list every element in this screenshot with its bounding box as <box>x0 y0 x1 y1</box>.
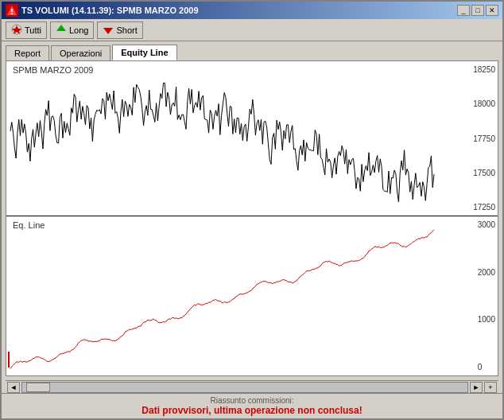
status-line2: Dati provvisori, ultima operazione non c… <box>6 405 498 416</box>
equity-chart: Eq. Line 3000 2000 1000 0 <box>6 216 498 375</box>
y-label-3: 17750 <box>473 134 495 143</box>
y-label-5: 18250 <box>473 65 495 74</box>
y-label-2: 17500 <box>473 169 495 177</box>
short-arrow-icon <box>103 24 114 37</box>
tab-operazioni[interactable]: Operazioni <box>51 45 110 60</box>
tab-equity-line[interactable]: Equity Line <box>112 45 176 60</box>
toolbar: Tutti Long Short <box>2 19 502 41</box>
long-label: Long <box>69 25 88 35</box>
title-controls: _ □ ✕ <box>457 5 498 16</box>
scrollbar-thumb[interactable] <box>26 383 50 392</box>
y-label-4: 18000 <box>473 99 495 108</box>
short-button[interactable]: Short <box>97 21 142 39</box>
scrollbar-track[interactable] <box>21 382 468 393</box>
equity-y-axis: 3000 2000 1000 0 <box>478 216 495 375</box>
scrollbar: ◄ ► + <box>6 380 498 393</box>
svg-point-2 <box>11 13 13 14</box>
title-bar: TS VOLUMI (14.11.39): SPMB MARZO 2009 _ … <box>2 2 502 19</box>
price-chart-canvas <box>6 61 466 216</box>
eq-y-label-3: 2000 <box>478 268 495 277</box>
scroll-right-2-button[interactable]: + <box>484 382 497 393</box>
price-chart: SPMB MARZO 2009 18250 18000 17750 17500 … <box>6 61 498 216</box>
status-bar: Riassunto commissioni: Dati provvisori, … <box>2 393 502 418</box>
tutti-button[interactable]: Tutti <box>6 21 47 39</box>
price-y-axis: 18250 18000 17750 17500 17250 <box>473 61 495 216</box>
scroll-left-button[interactable]: ◄ <box>7 382 20 393</box>
status-line1: Riassunto commissioni: <box>6 396 498 405</box>
eq-y-label-2: 1000 <box>478 315 495 324</box>
short-label: Short <box>116 25 137 35</box>
equity-chart-label: Eq. Line <box>13 220 45 230</box>
main-window: TS VOLUMI (14.11.39): SPMB MARZO 2009 _ … <box>0 0 504 420</box>
close-button[interactable]: ✕ <box>486 5 498 16</box>
y-label-1: 17250 <box>473 203 495 212</box>
maximize-button[interactable]: □ <box>471 5 484 16</box>
minimize-button[interactable]: _ <box>457 5 470 16</box>
window-title: TS VOLUMI (14.11.39): SPMB MARZO 2009 <box>21 6 199 15</box>
title-bar-left: TS VOLUMI (14.11.39): SPMB MARZO 2009 <box>6 4 199 17</box>
tab-report[interactable]: Report <box>6 45 49 60</box>
long-button[interactable]: Long <box>50 21 94 39</box>
app-icon <box>6 4 18 17</box>
svg-marker-5 <box>56 25 66 31</box>
tutti-label: Tutti <box>25 25 41 35</box>
eq-y-label-1: 0 <box>478 363 495 371</box>
tab-bar: Report Operazioni Equity Line <box>2 41 502 60</box>
long-arrow-icon <box>56 24 67 37</box>
chart-area: SPMB MARZO 2009 18250 18000 17750 17500 … <box>6 60 498 376</box>
equity-chart-canvas <box>6 216 466 375</box>
svg-marker-6 <box>103 28 113 34</box>
price-chart-label: SPMB MARZO 2009 <box>13 65 93 75</box>
scroll-right-1-button[interactable]: ► <box>470 382 483 393</box>
tutti-icon <box>11 24 22 37</box>
eq-y-label-4: 3000 <box>478 220 495 229</box>
